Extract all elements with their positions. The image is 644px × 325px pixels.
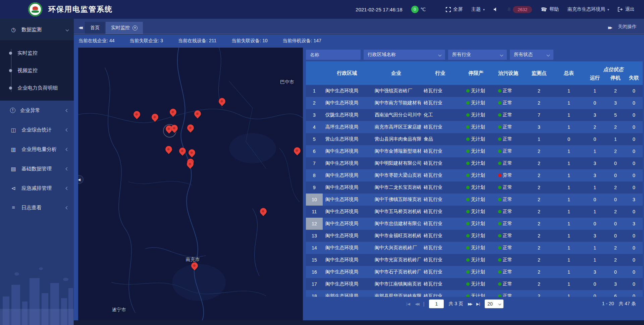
status-filter-select[interactable]: 所有状态 [510, 50, 553, 60]
sidebar-subitem[interactable]: 视频监控 [0, 62, 74, 79]
tab-realtime-monitor[interactable]: 实时监控 ✕ [106, 22, 143, 34]
page-number-input[interactable] [429, 300, 444, 308]
table-row[interactable]: 2 阆中生态环境局 阆中市南方节能建材有 砖瓦行业 无计划 正常 [306, 97, 643, 109]
sidebar-item[interactable]: 基础数据管理 [0, 159, 74, 178]
cell-company: 南部县双华页岩砖有限 [371, 293, 421, 297]
cell-company: 阆中市五马桥页岩机砖 [371, 209, 421, 215]
sidebar-subitem[interactable]: 实时监控 [0, 44, 74, 62]
cell-region: 阆中生态环境局 [323, 281, 371, 287]
table-row[interactable]: 4 高坪生态环境局 南充市高坪区王家店建 砖瓦行业 无计划 正常 [306, 121, 643, 133]
sidebar-item[interactable]: 企业用电量分析 [0, 140, 74, 159]
stat-value: 44 [109, 38, 115, 44]
name-filter-input[interactable] [306, 50, 361, 60]
table-row[interactable]: 6 阆中生态环境局 阆中市金博瑞新型墙材 砖瓦行业 无计划 正常 [306, 145, 643, 157]
cell-run: 3 [584, 233, 606, 238]
help-button[interactable]: ☎ 帮助 [541, 6, 559, 12]
cell-industry: 砖瓦行业 [421, 160, 460, 166]
sidebar-group-data-monitor[interactable]: 数据监测 [0, 19, 74, 40]
table-row[interactable]: 16 阆中生态环境局 阆中市石子页岩机砖厂 砖瓦行业 无计划 正常 [306, 266, 643, 278]
fullscreen-button[interactable]: 全屏 [446, 6, 463, 12]
table-row[interactable]: 7 阆中生态环境局 阆中明阳建材有限公司 砖瓦行业 无计划 正常 [306, 157, 643, 169]
cell-facility: 正常 [492, 257, 524, 263]
cell-stop: 3 [606, 281, 625, 287]
table-row[interactable]: 14 阆中生态环境局 阆中大兴页岩机砖厂 砖瓦行业 无计划 正常 [306, 242, 643, 254]
sidebar-subitem[interactable]: 企业电力负荷明细 [0, 79, 74, 97]
chevron-down-icon [498, 303, 501, 305]
cell-region: 仪陇生态环境局 [323, 112, 371, 118]
status-dot-icon [466, 113, 470, 117]
sidebar-item-label: 应急减排管理 [21, 185, 61, 192]
table-row[interactable]: 1 阆中生态环境局 阆中强锐页岩砖厂 砖瓦行业 无计划 正常 [306, 85, 643, 97]
org-dropdown[interactable]: 南充市生态环境局 ▾ [568, 6, 609, 12]
cell-lost: 0 [625, 149, 643, 154]
status-dot-icon [466, 270, 470, 274]
first-page-button[interactable] [407, 302, 410, 306]
stats-bar: 当前在线企业: 44 当前失联企业: 3 当前在线设备: 211 当前失联设备:… [74, 35, 644, 47]
cell-total: 1 [554, 161, 584, 166]
chevron-down-icon [438, 53, 442, 56]
table-row[interactable]: 11 阆中生态环境局 阆中市五马桥页岩机砖 砖瓦行业 无计划 正常 [306, 206, 643, 218]
status-dot-icon [498, 294, 501, 297]
cell-lost: 0 [625, 209, 643, 214]
status-dot-icon [498, 162, 501, 165]
stat-value: 10 [262, 38, 268, 44]
prev-page-button[interactable] [415, 302, 419, 306]
tab-home[interactable]: 首页 [85, 22, 105, 34]
cell-points: 7 [524, 112, 554, 118]
cell-limit: 无计划 [460, 136, 492, 142]
chevron-left-icon [66, 206, 69, 209]
row-index: 9 [306, 181, 323, 194]
tabs-scroll-right-button[interactable] [603, 25, 616, 34]
table-row[interactable]: 9 阆中生态环境局 阆中市二龙长宝页岩砖 砖瓦行业 无计划 正常 [306, 181, 643, 194]
close-tab-icon[interactable]: ✕ [132, 25, 138, 31]
table-row[interactable]: 15 阆中生态环境局 阆中市光富页岩机砖厂 砖瓦行业 无计划 正常 [306, 254, 643, 266]
cell-industry: 砖瓦行业 [421, 172, 460, 178]
cell-stop: 2 [606, 149, 625, 154]
table-row[interactable]: 17 阆中生态环境局 阆中市江南镇阆南页岩 砖瓦行业 无计划 正常 [306, 278, 643, 290]
cell-lost: 3 [625, 197, 643, 202]
mute-button[interactable] [493, 7, 498, 12]
page-size-select[interactable]: 20 [485, 300, 503, 308]
log-file-icon [10, 205, 17, 211]
cell-company: 营山县润丰肉食品有限 [371, 136, 421, 142]
table-row[interactable]: 12 阆中生态环境局 阆中市忠信建材有限公 砖瓦行业 无计划 正常 [306, 218, 643, 230]
table-row[interactable]: 18 南部生态环境局 南部县双华页岩砖有限 砖瓦行业 无计划 正常 [306, 290, 643, 297]
total-pages-label: 共 3 页 [448, 301, 463, 307]
map-panel[interactable]: 巴中市 南充市 遂宁市 [78, 48, 303, 320]
page-size-value: 20 [487, 301, 493, 307]
sidebar-item[interactable]: 应急减排管理 [0, 178, 74, 198]
cell-run: 2 [584, 124, 606, 130]
last-page-button[interactable] [476, 302, 480, 306]
cell-facility: 正常 [492, 197, 524, 203]
tabs-scroll-left-button[interactable] [74, 25, 85, 34]
col-group-point-status: 点位状态 [584, 61, 643, 73]
caret-down-icon: ▾ [483, 8, 485, 11]
region-filter-select[interactable]: 行政区域名称 [364, 50, 445, 60]
table-row[interactable]: 8 阆中生态环境局 阆中市枣碧大梁山页岩 砖瓦行业 无计划 异常 [306, 169, 643, 181]
app-root: 环保用电监管系统 2021-02-25 17:46:18 0 ℃ 全屏 主题 ▾… [0, 0, 644, 325]
stat-value: 211 [209, 38, 216, 44]
cell-company: 阆中千佛镇五郎垭页岩 [371, 197, 421, 203]
logout-button[interactable]: 退出 [618, 6, 635, 12]
cell-total: 1 [554, 269, 584, 275]
cell-run: 1 [584, 257, 606, 263]
sidebar-item[interactable]: 企业综合统计 [0, 120, 74, 140]
table-row[interactable]: 13 阆中生态环境局 阆中市金福旺页岩机砖 砖瓦行业 无计划 正常 [306, 230, 643, 242]
cell-company: 阆中市金福旺页岩机砖 [371, 233, 421, 239]
sidebar-item-label: 企业异常 [20, 107, 61, 114]
cell-limit: 无计划 [460, 257, 492, 263]
sidebar-item[interactable]: 日志查看 [0, 198, 74, 217]
cell-run: 3 [584, 112, 606, 118]
table-row[interactable]: 10 阆中生态环境局 阆中千佛镇五郎垭页岩 砖瓦行业 无计划 正常 [306, 194, 643, 206]
sidebar-item[interactable]: 企业异常 [0, 101, 74, 120]
cell-lost: 0 [625, 269, 643, 275]
header-toolbar: 2021-02-25 17:46:18 0 ℃ 全屏 主题 ▾ 2632 ☎ [356, 6, 644, 13]
close-operations-button[interactable]: 关闭操作 [616, 24, 644, 34]
industry-filter-select[interactable]: 所有行业 [448, 50, 507, 60]
next-page-button[interactable] [468, 302, 472, 306]
logout-icon [618, 7, 623, 12]
table-row[interactable]: 3 仪陇生态环境局 西南油气田分公司川中 化工 无计划 正常 [306, 109, 643, 121]
table-row[interactable]: 5 营山生态环境局 营山县润丰肉食品有限 食品 无计划 正常 [306, 133, 643, 145]
notifications-button[interactable]: 2632 [507, 6, 532, 13]
theme-dropdown[interactable]: 主题 ▾ [471, 6, 485, 12]
